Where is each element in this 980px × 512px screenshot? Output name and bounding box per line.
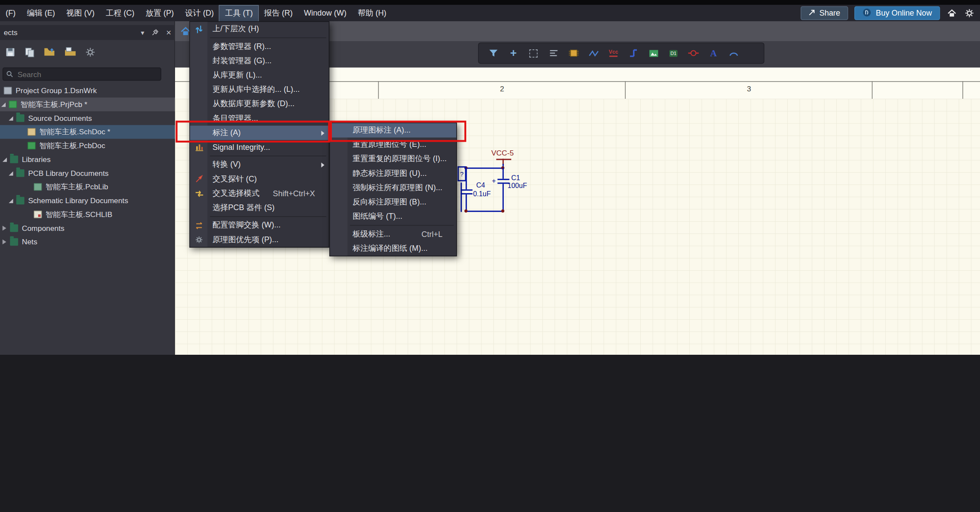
- c4-plate-top[interactable]: [461, 189, 472, 191]
- menu-item-configure-pin-swapping[interactable]: 配置管脚交换 (W)...: [190, 218, 329, 233]
- menu-item-signal-integrity[interactable]: Signal Integrity...: [190, 140, 329, 154]
- menu-help[interactable]: 帮助 (H): [352, 5, 392, 21]
- menu-view[interactable]: 视图 (V): [61, 5, 100, 21]
- menu-item-schematic-preferences[interactable]: 原理图优先项 (P)...: [190, 233, 329, 247]
- tree-item-libraries[interactable]: Libraries: [0, 152, 175, 166]
- connector-pin-box[interactable]: ?: [458, 166, 466, 181]
- collapse-arrow-icon[interactable]: [3, 226, 6, 231]
- search-input[interactable]: [16, 69, 148, 79]
- menu-item-parameter-manager[interactable]: 参数管理器 (R)...: [190, 39, 329, 54]
- wire-segment[interactable]: [466, 211, 504, 212]
- tree-item-nets[interactable]: Nets: [0, 235, 175, 249]
- gear-icon[interactable]: [964, 7, 975, 19]
- close-icon[interactable]: ×: [166, 28, 171, 38]
- wire-icon[interactable]: [585, 44, 602, 62]
- menu-project[interactable]: 工程 (C): [100, 5, 140, 21]
- menu-item-hierarchy[interactable]: 上/下层次 (H): [190, 22, 329, 36]
- menu-place[interactable]: 放置 (P): [140, 5, 179, 21]
- power-port-icon[interactable]: Vcc: [605, 44, 622, 62]
- share-button[interactable]: Share: [801, 6, 848, 20]
- expand-arrow-icon[interactable]: [9, 116, 13, 120]
- image-icon[interactable]: [645, 44, 662, 62]
- submenu-arrow-icon: [321, 131, 324, 136]
- select-area-icon[interactable]: [525, 44, 542, 62]
- menu-reports[interactable]: 报告 (R): [258, 5, 298, 21]
- documents-icon[interactable]: [24, 47, 35, 60]
- tree-item-prjpcb[interactable]: 智能车主板.PrjPcb *: [0, 97, 175, 111]
- filter-icon[interactable]: [485, 44, 502, 62]
- c1-value[interactable]: 100uF: [507, 182, 527, 189]
- menu-item-select-pcb-components[interactable]: 选择PCB 器件 (S): [190, 201, 329, 215]
- tree-item-schlib[interactable]: 智能车主板.SCHLIB: [0, 207, 175, 221]
- projects-panel-title: ects: [4, 28, 18, 37]
- add-folder-icon[interactable]: [65, 47, 76, 59]
- part-icon[interactable]: [565, 44, 582, 62]
- bus-icon[interactable]: [625, 44, 642, 62]
- tree-item-pcb-library-documents[interactable]: PCB Library Documents: [0, 166, 175, 180]
- c1-plate-top[interactable]: [497, 179, 509, 180]
- buy-online-now-button[interactable]: Buy Online Now: [855, 6, 940, 20]
- collapse-arrow-icon[interactable]: [3, 240, 6, 245]
- save-icon[interactable]: [5, 47, 16, 60]
- c4-value[interactable]: 0.1uF: [473, 191, 491, 198]
- menu-separator: [330, 224, 456, 227]
- tree-item-pcblib[interactable]: 智能车主板.PcbLib: [0, 180, 175, 194]
- pin-swap-icon: [193, 220, 205, 231]
- menu-item-annotate-schematics[interactable]: 原理图标注 (A)...: [330, 123, 456, 137]
- share-arrow-icon: [809, 9, 816, 17]
- menu-item-reset-duplicate-designators[interactable]: 重置重复的原理图位号 (I)...: [330, 152, 456, 166]
- c1-designator[interactable]: C1: [511, 175, 520, 181]
- text-icon[interactable]: A: [705, 44, 722, 62]
- home-icon[interactable]: [946, 7, 957, 19]
- arc-icon[interactable]: [725, 44, 742, 62]
- menu-item-update-from-library[interactable]: 从库更新 (L)...: [190, 68, 329, 82]
- menu-item-update-parameters-from-database[interactable]: 从数据库更新参数 (D)...: [190, 97, 329, 111]
- menu-item-cross-select-mode[interactable]: 交叉选择模式 Shift+Ctrl+X: [190, 186, 329, 201]
- designator-icon[interactable]: D1: [665, 44, 682, 62]
- menu-edit[interactable]: 编辑 (E): [21, 5, 61, 21]
- c4-designator[interactable]: C4: [476, 182, 485, 189]
- tree-item-source-documents[interactable]: Source Documents: [0, 111, 175, 125]
- menu-item-convert[interactable]: 转换 (V): [190, 158, 329, 172]
- tree-item-schdoc[interactable]: 智能车主板.SchDoc *: [0, 125, 175, 139]
- no-erc-icon[interactable]: [685, 44, 702, 62]
- settings-icon[interactable]: [85, 47, 96, 60]
- menu-item-annotate-compiled-sheets[interactable]: 标注编译的图纸 (M)...: [330, 241, 456, 256]
- expand-arrow-icon[interactable]: [3, 157, 7, 162]
- menu-item-board-level-annotate[interactable]: 板级标注... Ctrl+L: [330, 227, 456, 241]
- menu-item-item-manager[interactable]: 条目管理器...: [190, 111, 329, 126]
- wire-segment[interactable]: [503, 168, 504, 179]
- menu-item-cross-probe[interactable]: 交叉探针 (C): [190, 172, 329, 186]
- workspace-icon: [4, 87, 12, 94]
- panel-dropdown-icon[interactable]: ▾: [141, 29, 144, 37]
- menu-item-force-annotate-all[interactable]: 强制标注所有原理图 (N)...: [330, 181, 456, 195]
- menu-item-back-annotate[interactable]: 反向标注原理图 (B)...: [330, 195, 456, 209]
- net-label-vcc[interactable]: VCC-5: [491, 149, 514, 157]
- menu-tools[interactable]: 工具 (T): [219, 5, 258, 21]
- menu-window[interactable]: Window (W): [299, 6, 352, 20]
- crosshair-icon[interactable]: +: [505, 44, 522, 62]
- tree-item-components[interactable]: Components: [0, 221, 175, 235]
- hierarchy-icon: [193, 24, 205, 35]
- wire-segment[interactable]: [503, 184, 504, 211]
- expand-arrow-icon[interactable]: [9, 171, 13, 175]
- expand-arrow-icon[interactable]: [9, 198, 13, 203]
- menu-design[interactable]: 设计 (D): [179, 5, 219, 21]
- menu-item-annotate-schematics-quietly[interactable]: 静态标注原理图 (U)...: [330, 166, 456, 181]
- open-project-folder-icon[interactable]: [44, 47, 55, 59]
- menu-item-update-selected-from-library[interactable]: 更新从库中选择的... (L)...: [190, 83, 329, 97]
- project-icon: [9, 100, 17, 108]
- align-icon[interactable]: [545, 44, 562, 62]
- menu-item-number-sheets[interactable]: 图纸编号 (T)...: [330, 209, 456, 224]
- expand-arrow-icon[interactable]: [1, 102, 6, 107]
- tree-item-pcbdoc[interactable]: 智能车主板.PcbDoc: [0, 139, 175, 152]
- wire-segment[interactable]: [466, 168, 504, 169]
- menu-item-reset-schematic-designators[interactable]: 重置原理图位号 (E)...: [330, 138, 456, 152]
- wire-segment[interactable]: [466, 194, 467, 211]
- tree-item-schematic-library-documents[interactable]: Schematic Library Documents: [0, 194, 175, 207]
- menu-item-footprint-manager[interactable]: 封装管理器 (G)...: [190, 54, 329, 68]
- pin-icon[interactable]: [152, 29, 159, 37]
- tree-item-dsnwrk[interactable]: Project Group 1.DsnWrk: [0, 84, 175, 97]
- menu-file[interactable]: (F): [0, 6, 21, 20]
- menu-item-annotation[interactable]: 标注 (A): [190, 126, 329, 140]
